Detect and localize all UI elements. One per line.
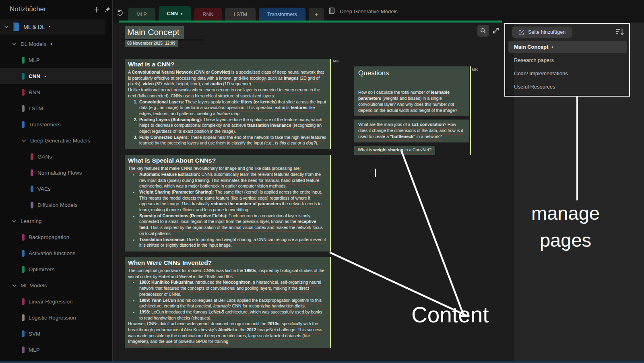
page-list-item-main-concept[interactable]: Main Concept• <box>508 41 627 53</box>
tab-label: RNN <box>202 12 213 17</box>
annotation-manage-pages-label: manage pages <box>514 200 617 254</box>
sidebar-section-transformers[interactable]: Transformers <box>0 116 113 132</box>
sidebar-section-lstm[interactable]: LSTM <box>0 100 113 116</box>
tab-lstm[interactable]: LSTM <box>225 8 255 21</box>
block-list-item: Pooling Layers (Subsampling): These laye… <box>138 117 326 134</box>
sidebar-section-gans[interactable]: GANs <box>0 148 113 165</box>
sidebar-group-learning[interactable]: Learning <box>0 213 113 229</box>
unsaved-dot: • <box>44 73 46 79</box>
note-block-what-is-a-cnn[interactable]: What is a CNN?A Convolutional Neural Net… <box>125 59 331 149</box>
sidebar-section-svm[interactable]: SVM <box>0 326 113 342</box>
block-list-item: 1989: Yann LeCun and his colleagues at B… <box>138 297 326 309</box>
block-paragraph: However, CNNs didn't achieve widespread,… <box>128 321 326 344</box>
sort-pages-icon[interactable] <box>615 27 625 37</box>
sidebar-section-mlp[interactable]: MLP <box>0 52 113 68</box>
unsaved-dot: • <box>181 10 183 16</box>
section-color-bar <box>22 330 25 337</box>
chevron-down-icon <box>12 220 17 223</box>
section-color-bar <box>31 169 33 176</box>
tab-rnn[interactable]: RNN <box>194 8 222 21</box>
section-color-bar <box>31 202 33 208</box>
horizontal-scrollbar[interactable] <box>0 361 644 363</box>
expand-icon <box>491 26 500 35</box>
sidebar: Notizbücher ML & DL • DL Model <box>0 0 113 363</box>
sidebar-section-activation-functions[interactable]: Activation functions <box>0 245 113 261</box>
page-title[interactable]: Main Concept <box>125 26 184 39</box>
add-page-button[interactable]: Seite hinzufügen <box>512 27 572 38</box>
sidebar-item-label: Normalizing Flows <box>37 170 82 176</box>
expand-button[interactable] <box>491 26 500 35</box>
sidebar-section-backpropagation[interactable]: Backpropagation <box>0 229 113 245</box>
sidebar-item-label: MLP <box>29 57 40 63</box>
sidebar-section-rnn[interactable]: RNN <box>0 84 113 100</box>
author-stamp: MK <box>333 59 339 63</box>
block-heading: What is a CNN? <box>128 61 326 68</box>
tab-mlp[interactable]: MLP <box>128 8 155 21</box>
block-paragraph: A Convolutional Neural Network (CNN or C… <box>128 69 326 87</box>
page-list-item-research-papers[interactable]: Research papers <box>508 54 627 66</box>
note-block-when-were-cnns-invented[interactable]: When Were CNNs Invented?The conceptual g… <box>125 257 331 348</box>
sidebar-item-notebook-ml-dl[interactable]: ML & DL • <box>0 19 105 35</box>
sidebar-item-label: GANs <box>37 154 52 160</box>
page-time: 12:09 <box>163 40 178 47</box>
section-tabs: MLPCNN•RNNLSTMTransformers+ <box>128 6 324 21</box>
sidebar-item-label: Backpropagation <box>29 234 69 240</box>
sidebar-item-label: LSTM <box>29 105 43 111</box>
tab-cnn[interactable]: CNN• <box>159 6 191 21</box>
pin-sidebar-icon[interactable] <box>104 6 111 14</box>
sidebar-section-linear-regression[interactable]: Linear Regression <box>0 293 113 309</box>
questions-container[interactable]: Questions How do I calculate the total n… <box>354 66 471 155</box>
notebook-breadcrumb[interactable]: Deep Generative Models <box>328 7 398 15</box>
tab-label: MLP <box>136 12 147 17</box>
active-section-underline <box>119 21 502 23</box>
sidebar-group-deep-generative-models[interactable]: Deep Generative Models <box>0 132 113 148</box>
add-page-label: Seite hinzufügen <box>528 29 566 35</box>
sidebar-section-logistic-regression[interactable]: Logistic Regression <box>0 309 113 326</box>
sidebar-item-label: SVM <box>29 331 40 337</box>
block-paragraph: The conceptual groundwork for modern CNN… <box>128 268 326 279</box>
new-section-tab[interactable]: + <box>309 8 324 21</box>
note-block-what-is-special-about-cnns[interactable]: What is Special About CNNs?The key featu… <box>125 155 331 252</box>
page-list-item-code-implementations[interactable]: Code/ Implementations <box>508 68 627 79</box>
block-list-item: 1998: LeCun introduced the famous LeNet-… <box>138 309 326 321</box>
tab-label: Transformers <box>267 12 297 17</box>
block-list-item: Weight Sharing (Parameter Sharing): The … <box>138 189 326 213</box>
section-color-bar <box>22 89 25 96</box>
annotation-line-vertical <box>576 97 578 200</box>
block-list-item: 1980: Kunihiko Fukushima introduced the … <box>138 279 326 297</box>
sidebar-section-optimizers[interactable]: Optimizers <box>0 261 113 277</box>
section-color-bar <box>22 234 25 241</box>
questions-heading: Questions <box>358 69 465 77</box>
section-color-bar <box>22 121 25 128</box>
questions-box: What are the main jobs of a 1x1 convolut… <box>354 120 469 142</box>
page-list-item-useful-resources[interactable]: Useful Resources <box>508 81 627 93</box>
chevron-down-icon <box>4 25 8 28</box>
sidebar-item-label: Linear Regression <box>29 299 73 305</box>
section-color-bar <box>22 314 25 321</box>
unsaved-dot: • <box>50 41 52 47</box>
block-list-item: Automatic Feature Extraction: CNNs autom… <box>138 171 326 189</box>
pages-list: Main Concept•Research papersCode/ Implem… <box>508 41 627 93</box>
notebook-breadcrumb-label: Deep Generative Models <box>340 8 398 14</box>
section-color-bar <box>22 298 25 305</box>
block-list-item: Convolutional Layers: These layers apply… <box>138 99 326 117</box>
sidebar-section-mlp[interactable]: MLP <box>0 342 113 358</box>
sidebar-group-ml-models[interactable]: ML Models <box>0 277 113 293</box>
sidebar-group-dl-models[interactable]: DL Models• <box>0 36 113 52</box>
sidebar-section-normalizing-flows[interactable]: Normalizing Flows <box>0 165 113 181</box>
unsaved-dot: • <box>551 44 553 50</box>
add-notebook-icon[interactable] <box>93 7 99 14</box>
search-button[interactable] <box>477 25 489 37</box>
sidebar-item-label: DL Models <box>21 41 46 47</box>
page-item-label: Research papers <box>514 57 554 63</box>
sidebar-section-vaes[interactable]: VAEs <box>0 181 113 197</box>
sidebar-item-label: Deep Generative Models <box>30 138 90 144</box>
annotation-content-label: Content <box>411 302 489 328</box>
tab-transformers[interactable]: Transformers <box>259 8 305 21</box>
note-blocks: What is a CNN?A Convolutional Neural Net… <box>125 59 331 348</box>
sidebar-section-diffusion-models[interactable]: Diffusion Models <box>0 197 113 213</box>
block-list-item: Fully Connected Layers: These appear nea… <box>138 134 326 146</box>
sidebar-item-label: Learning <box>21 218 42 224</box>
undo-icon[interactable] <box>116 9 124 18</box>
sidebar-section-cnn[interactable]: CNN• <box>0 68 113 84</box>
